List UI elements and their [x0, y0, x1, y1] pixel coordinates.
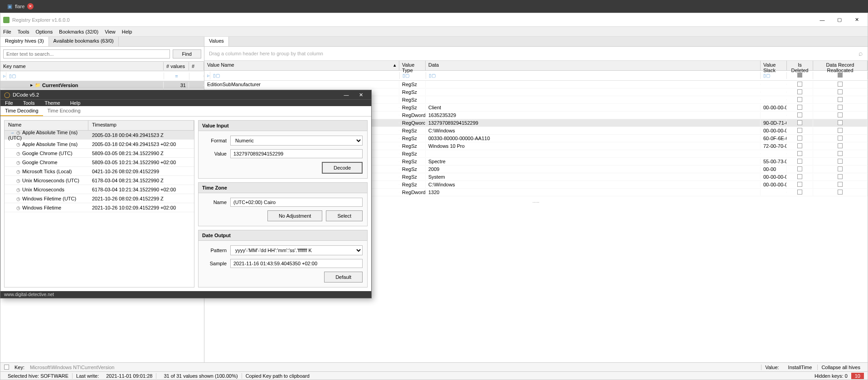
- decode-button[interactable]: Decode: [322, 162, 363, 174]
- filter-vdata[interactable]: ▯▢: [426, 72, 761, 79]
- cell-deleted: [787, 143, 813, 150]
- clock-icon: ◷: [16, 178, 20, 183]
- col-value-name[interactable]: Value Name ▴: [204, 61, 399, 70]
- filter-icon[interactable]: ▹: [0, 72, 6, 80]
- col-timestamp[interactable]: Timestamp: [88, 121, 194, 130]
- search-icon[interactable]: ⌕: [858, 49, 863, 58]
- dcode-menu-help[interactable]: Help: [70, 100, 81, 106]
- cell-realloc: [813, 158, 868, 165]
- pattern-select[interactable]: yyyy'-'MM'-'dd HH':'mm':'ss'.'fffffff K: [230, 245, 363, 255]
- cell-realloc: [813, 181, 868, 188]
- tab-available-bookmarks[interactable]: Available bookmarks (63/0): [49, 37, 119, 46]
- decoder-timestamp: 2005-03-18 00:04:49.2941523 Z: [88, 132, 194, 139]
- dcode-menu-file[interactable]: File: [5, 100, 13, 106]
- default-button[interactable]: Default: [324, 272, 363, 283]
- dcode-menu-theme[interactable]: Theme: [44, 100, 60, 106]
- cell-deleted: [787, 127, 813, 134]
- status-hive: Selected hive: SOFTWARE: [4, 373, 73, 379]
- dcode-row[interactable]: ◷Windows Filetime (UTC)2021-10-26 08:02:…: [5, 194, 194, 203]
- dcode-results-grid: Name Timestamp →◷Apple Absolute Time (ns…: [4, 120, 194, 287]
- cell-realloc: [813, 143, 868, 150]
- col-data-record-reallocated[interactable]: Data Record Reallocated: [813, 61, 868, 70]
- status-lastwrite-ts: 2021-11-01 09:01:28: [102, 373, 156, 379]
- dcode-menu-tools[interactable]: Tools: [23, 100, 35, 106]
- find-button[interactable]: Find: [173, 49, 201, 58]
- minimize-button[interactable]: ―: [814, 15, 830, 25]
- no-adjustment-button[interactable]: No Adjustment: [267, 210, 323, 221]
- col-value-slack[interactable]: Value Slack: [761, 61, 787, 70]
- cell-slack: 55-00-73-0...: [761, 158, 787, 165]
- cell-deleted: [787, 151, 813, 157]
- tab-values[interactable]: Values: [204, 37, 229, 46]
- filter-vname[interactable]: ▯▢: [210, 72, 400, 79]
- col-hash[interactable]: #: [189, 62, 204, 70]
- cell-deleted: [787, 104, 813, 111]
- tz-name-field: [230, 198, 363, 207]
- cell-deleted: [787, 174, 813, 180]
- decoder-timestamp: 2021-10-26 08:02:09.4152299 Z: [88, 195, 194, 202]
- minimize-button[interactable]: ―: [339, 90, 353, 99]
- filter-icon[interactable]: ▹: [204, 72, 210, 79]
- cell-realloc: [813, 189, 868, 196]
- dcode-row[interactable]: ◷Microsoft Ticks (Local)0421-10-26 08:02…: [5, 167, 194, 176]
- menu-options[interactable]: Options: [35, 29, 53, 34]
- close-button[interactable]: ✕: [849, 15, 865, 25]
- filter-values[interactable]: =: [164, 73, 189, 80]
- col-data[interactable]: Data: [426, 61, 761, 70]
- menu-help[interactable]: Help: [122, 29, 132, 34]
- arrow-icon: →: [10, 130, 15, 135]
- dcode-row[interactable]: ◷Google Chrome5809-03-05 10:21:34.152299…: [5, 158, 194, 167]
- filter-vdel[interactable]: [787, 72, 813, 79]
- status-badge: 10: [851, 373, 864, 379]
- cell-data: Spectre: [426, 158, 761, 165]
- value-row[interactable]: EditionSubManufacturerRegSz: [204, 81, 868, 88]
- maximize-button[interactable]: ▢: [831, 15, 848, 25]
- dcode-row[interactable]: ◷Apple Absolute Time (ns)2005-03-18 02:0…: [5, 140, 194, 149]
- timezone-title: Time Zone: [199, 183, 367, 193]
- expand-icon[interactable]: ▸: [30, 82, 33, 88]
- menu-file[interactable]: File: [3, 29, 11, 34]
- close-button[interactable]: ✕: [354, 90, 368, 99]
- filter-vtype[interactable]: ▯▢: [400, 72, 426, 79]
- cell-slack: [761, 115, 787, 116]
- menu-view[interactable]: View: [105, 29, 116, 34]
- checkbox-icon[interactable]: [4, 365, 9, 370]
- select-tz-button[interactable]: Select: [326, 210, 363, 221]
- cell-deleted: [787, 158, 813, 165]
- taskbar-app-flare[interactable]: ▣ flare ✕: [4, 1, 37, 11]
- search-input[interactable]: [3, 49, 170, 58]
- dcode-row[interactable]: ◷Unix Microseconds6178-03-04 10:21:34.15…: [5, 185, 194, 194]
- menu-bookmarks[interactable]: Bookmarks (32/0): [59, 29, 98, 34]
- clock-icon: ◷: [16, 142, 20, 147]
- tab-time-encoding[interactable]: Time Encoding: [43, 106, 85, 116]
- filter-vslack[interactable]: ▯▢: [761, 72, 787, 79]
- value-input[interactable]: [230, 149, 363, 158]
- close-icon[interactable]: ✕: [27, 3, 34, 10]
- cell-realloc: [813, 151, 868, 157]
- col-value-type[interactable]: Value Type: [399, 61, 426, 70]
- tab-registry-hives[interactable]: Registry hives (3): [0, 37, 49, 46]
- dcode-row[interactable]: ◷Google Chrome (UTC)5809-03-05 08:21:34.…: [5, 149, 194, 158]
- cell-value-type: RegSz: [399, 104, 426, 111]
- cell-realloc: [813, 81, 868, 88]
- value-label: Value: [203, 151, 227, 156]
- cell-data: 2009: [426, 166, 761, 172]
- col-num-values[interactable]: # values: [164, 62, 189, 70]
- tree-row[interactable]: ▸📁CurrentVersion31: [0, 81, 204, 89]
- filter-key[interactable]: ▯▢: [6, 73, 164, 79]
- clock-icon: ◷: [16, 160, 20, 165]
- collapse-all-button[interactable]: Collapse all hives: [817, 365, 864, 370]
- format-label: Format: [203, 138, 227, 143]
- menu-tools[interactable]: Tools: [18, 29, 29, 34]
- filter-vrealloc[interactable]: [813, 72, 868, 79]
- dcode-row[interactable]: ◷Unix Microseconds (UTC)6178-03-04 08:21…: [5, 176, 194, 185]
- dcode-row[interactable]: →◷Apple Absolute Time (ns) (UTC)2005-03-…: [5, 131, 194, 140]
- col-key-name[interactable]: Key name: [0, 62, 164, 70]
- col-is-deleted[interactable]: Is Deleted: [787, 61, 813, 70]
- format-select[interactable]: Numeric: [230, 136, 363, 146]
- cell-data: [426, 92, 761, 93]
- cell-data: 1635235329: [426, 112, 761, 118]
- decoder-name: Google Chrome: [22, 160, 58, 165]
- dcode-row[interactable]: ◷Windows Filetime2021-10-26 10:02:09.415…: [5, 203, 194, 212]
- tab-time-decoding[interactable]: Time Decoding: [0, 106, 43, 116]
